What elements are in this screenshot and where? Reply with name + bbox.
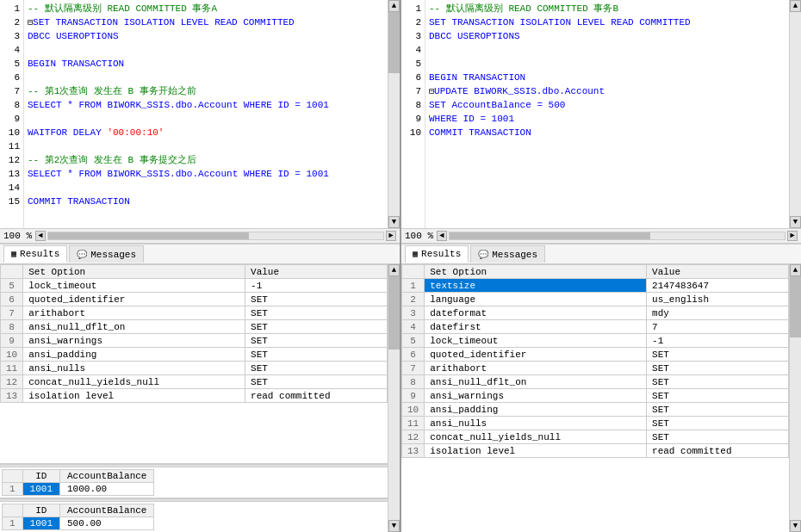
left-code-hscroll: 100 % ◄ ► (0, 228, 400, 244)
messages-tab-label: Messages (492, 250, 537, 260)
table-row: 9ansi_warningsSET (402, 389, 789, 403)
table-row: 11ansi_nullsSET (402, 417, 789, 430)
main-container: 1 2 3 4 5 6 7 8 9 10 11 12 13 14 15 -- 默… (0, 0, 801, 532)
right-results-tables: Set Option Value 1textsize2147483647 2la… (401, 264, 789, 532)
code-line (28, 139, 384, 153)
table-row: 7arithabortSET (1, 306, 388, 320)
table-row: 3dateformatmdy (402, 306, 789, 320)
left-tab-messages[interactable]: 💬 Messages (69, 245, 144, 263)
scroll-down-arrow[interactable]: ▼ (388, 216, 400, 228)
results-scroll-down[interactable]: ▼ (388, 520, 400, 532)
code-line: DBCC USEROPTIONS (28, 29, 384, 43)
left-code-editor: 1 2 3 4 5 6 7 8 9 10 11 12 13 14 15 -- 默… (0, 0, 400, 228)
table-row: 6quoted_identifierSET (1, 293, 388, 306)
left-useroptions-table: Set Option Value 5lock_timeout-1 6quoted… (0, 264, 388, 403)
msg-icon: 💬 (478, 250, 488, 260)
results-tab-label: Results (20, 249, 59, 259)
table-row: 1 1001 1000.00 (3, 483, 154, 496)
left-result2-container: ID AccountBalance 1 1001 500.00 (0, 502, 388, 532)
right-results-scroll-thumb[interactable] (790, 276, 801, 337)
code-line: -- 默认隔离级别 READ COMMITTED 事务A (28, 2, 384, 15)
code-line (28, 181, 384, 195)
code-line: SELECT * FROM BIWORK_SSIS.dbo.Account WH… (28, 167, 384, 181)
col-header-setoption: Set Option (23, 265, 245, 279)
scroll-thumb[interactable] (388, 12, 400, 73)
left-result1-table: ID AccountBalance 1 1001 1000.00 (2, 469, 154, 496)
left-results-tables: Set Option Value 5lock_timeout-1 6quoted… (0, 264, 388, 532)
right-scroll-down[interactable]: ▼ (790, 216, 801, 228)
right-results-scroll-track[interactable] (790, 276, 801, 520)
left-results-vscroll[interactable]: ▲ ▼ (388, 264, 400, 532)
hscroll-thumb[interactable] (48, 232, 249, 239)
left-zoom-label: 100 % (3, 231, 34, 241)
right-results-with-scroll: Set Option Value 1textsize2147483647 2la… (401, 264, 801, 532)
right-code-vscroll[interactable]: ▲ ▼ (789, 0, 801, 228)
right-results-area: Set Option Value 1textsize2147483647 2la… (401, 264, 801, 532)
right-hscroll-thumb[interactable] (450, 232, 650, 239)
left-code-content[interactable]: -- 默认隔离级别 READ COMMITTED 事务A ⊟SET TRANSA… (24, 0, 388, 228)
grid-icon: ▦ (413, 249, 418, 259)
hscroll-right-arrow[interactable]: ► (386, 231, 396, 241)
table-row: 8ansi_null_dflt_onSET (402, 375, 789, 389)
table-row: 10ansi_paddingSET (1, 348, 388, 362)
col-header-empty (402, 265, 425, 279)
code-line (429, 43, 785, 57)
table-row: 2languageus_english (402, 293, 789, 306)
table-row: 12concat_null_yields_nullSET (402, 430, 789, 444)
scroll-up-arrow[interactable]: ▲ (388, 0, 400, 12)
right-code-hscroll: 100 % ◄ ► (401, 228, 801, 244)
table-row: 5lock_timeout-1 (402, 334, 789, 348)
left-result2-table: ID AccountBalance 1 1001 500.00 (2, 504, 154, 530)
table-row: 1textsize2147483647 (402, 279, 789, 293)
code-line: BEGIN TRANSACTION (28, 57, 384, 71)
code-line: SELECT * FROM BIWORK_SSIS.dbo.Account WH… (28, 98, 384, 112)
table-row: 10ansi_paddingSET (402, 403, 789, 417)
right-useroptions-table: Set Option Value 1textsize2147483647 2la… (401, 264, 789, 458)
left-code-vscroll[interactable]: ▲ ▼ (388, 0, 400, 228)
table-row: 7arithabortSET (402, 362, 789, 375)
code-line: ⊟UPDATE BIWORK_SSIS.dbo.Account (429, 84, 785, 98)
msg-icon: 💬 (77, 250, 87, 260)
right-scroll-track[interactable] (790, 12, 801, 216)
results-scroll-thumb[interactable] (388, 276, 400, 350)
table-row: 11ansi_nullsSET (1, 362, 388, 375)
hscroll-track[interactable] (47, 232, 384, 240)
table-row: 4datefirst7 (402, 320, 789, 334)
code-line: SET TRANSACTION ISOLATION LEVEL READ COM… (429, 15, 785, 29)
right-results-scroll-up[interactable]: ▲ (790, 264, 801, 276)
right-tab-messages[interactable]: 💬 Messages (470, 245, 545, 263)
results-scroll-track[interactable] (388, 276, 400, 520)
hscroll-left-arrow[interactable]: ◄ (35, 231, 46, 241)
right-results-scroll-down[interactable]: ▼ (790, 520, 801, 532)
table-row: 6quoted_identifierSET (402, 348, 789, 362)
code-line: SET AccountBalance = 500 (429, 98, 785, 112)
code-line: WAITFOR DELAY '00:00:10' (28, 126, 384, 139)
scroll-track[interactable] (388, 12, 400, 216)
col-header-value: Value (245, 265, 388, 279)
results-scroll-up[interactable]: ▲ (388, 264, 400, 276)
left-results-with-scroll: Set Option Value 5lock_timeout-1 6quoted… (0, 264, 400, 532)
right-hscroll-right[interactable]: ► (787, 231, 798, 241)
col-header-empty (1, 265, 23, 279)
table-row: 5lock_timeout-1 (1, 279, 388, 293)
code-line: COMMIT TRANSACTION (429, 126, 785, 139)
right-code-editor: 1 2 3 4 5 6 7 8 9 10 -- 默认隔离级别 READ COMM… (401, 0, 801, 228)
right-results-vscroll[interactable]: ▲ ▼ (789, 264, 801, 532)
messages-tab-label: Messages (90, 250, 136, 260)
table-row: 8ansi_null_dflt_onSET (1, 320, 388, 334)
right-hscroll-left[interactable]: ◄ (437, 231, 447, 241)
table-row: 12concat_null_yields_nullSET (1, 375, 388, 389)
table-row: 9ansi_warningsSET (1, 334, 388, 348)
right-tab-results[interactable]: ▦ Results (405, 245, 469, 263)
right-scroll-up[interactable]: ▲ (790, 0, 801, 12)
left-tab-results[interactable]: ▦ Results (3, 245, 67, 263)
table-row: 13isolation levelread committed (1, 389, 388, 403)
code-line: -- 默认隔离级别 READ COMMITTED 事务B (429, 2, 785, 15)
right-hscroll-track[interactable] (449, 232, 785, 240)
col-header-value: Value (647, 265, 789, 279)
right-pane: 1 2 3 4 5 6 7 8 9 10 -- 默认隔离级别 READ COMM… (401, 0, 801, 532)
right-zoom-label: 100 % (405, 231, 435, 241)
right-tab-bar: ▦ Results 💬 Messages (401, 244, 801, 264)
right-code-content[interactable]: -- 默认隔离级别 READ COMMITTED 事务B SET TRANSAC… (425, 0, 789, 228)
code-line (28, 71, 384, 84)
